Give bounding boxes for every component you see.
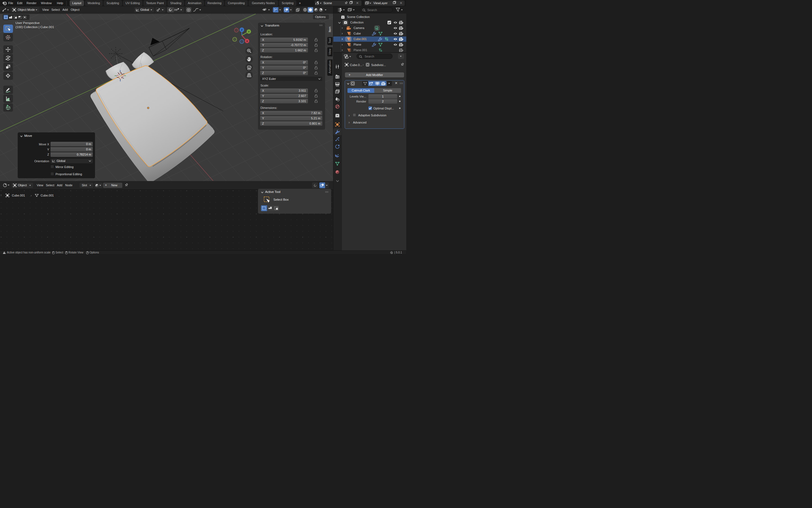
svg-text:Y: Y [248,30,250,33]
svg-text:Z: Z [241,28,243,31]
svg-text:X: X [246,40,248,43]
